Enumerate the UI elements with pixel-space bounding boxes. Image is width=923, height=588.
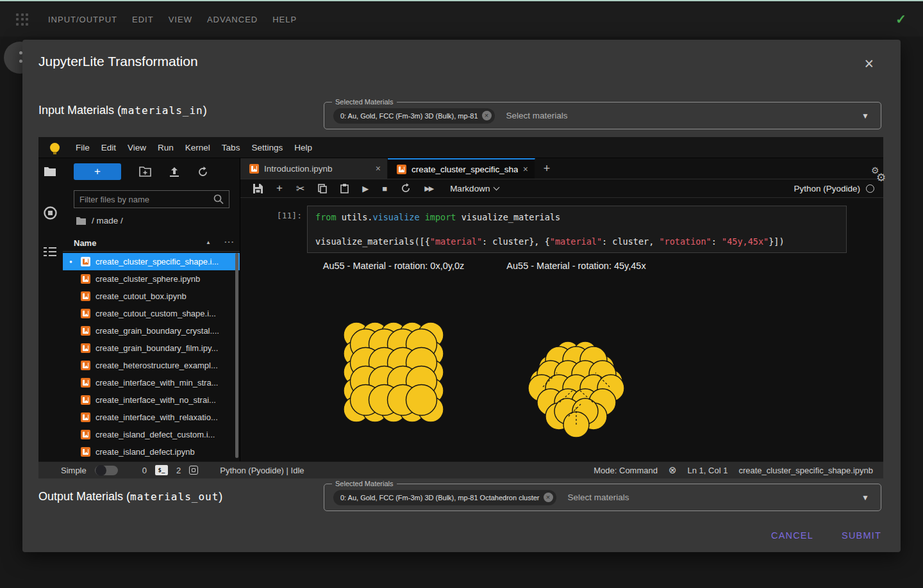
file-name: create_grain_boundary_crystal.... bbox=[96, 326, 219, 336]
filter-files-input[interactable]: Filter files by name bbox=[74, 190, 229, 208]
dialog-close-icon[interactable]: × bbox=[864, 56, 874, 70]
refresh-icon[interactable] bbox=[197, 167, 208, 177]
breadcrumb[interactable]: / made / bbox=[76, 216, 123, 225]
top-menu-item-help[interactable]: HELP bbox=[272, 15, 297, 24]
file-name: create_interface_with_min_stra... bbox=[96, 378, 218, 388]
new-tab-button[interactable]: + bbox=[535, 158, 558, 179]
output-label-left: Au55 - Material - rotation: 0x,0y,0z bbox=[323, 261, 465, 271]
file-list-item[interactable]: create_cutout_box.ipynb bbox=[63, 288, 240, 305]
apps-grid-icon[interactable] bbox=[16, 13, 29, 26]
jupyter-frame: FileEditViewRunKernelTabsSettingsHelp + bbox=[38, 137, 883, 478]
file-list-header[interactable]: Name ▲ ··· bbox=[63, 235, 240, 252]
file-list-item[interactable]: create_cutout_custom_shape.i... bbox=[63, 305, 240, 322]
notebook-content: [11]: from utils.visualize import visual… bbox=[240, 198, 883, 461]
restart-kernel-icon[interactable] bbox=[401, 183, 411, 193]
output-selected-materials-field[interactable]: Selected Materials 0: Au, Gold, FCC (Fm-… bbox=[324, 484, 881, 511]
jupyter-menu-item-view[interactable]: View bbox=[128, 143, 146, 152]
chip-remove-icon[interactable]: × bbox=[482, 111, 492, 120]
settings-gears-icon[interactable]: ⚙⚙ bbox=[870, 167, 889, 186]
cut-icon[interactable]: ✂ bbox=[296, 183, 304, 195]
terminal-icon: $_ bbox=[155, 465, 168, 475]
file-list-item[interactable]: create_interface_with_min_stra... bbox=[63, 374, 240, 391]
jupyter-menu-item-file[interactable]: File bbox=[76, 143, 90, 152]
notebook-tab[interactable]: create_cluster_specific_sha× bbox=[388, 158, 535, 179]
tab-close-icon[interactable]: × bbox=[523, 164, 528, 174]
code-cell[interactable]: from utils.visualize import visualize_ma… bbox=[307, 206, 847, 253]
stop-icon[interactable]: ■ bbox=[382, 184, 387, 193]
status-bar: Simple 0 $_ 2 Python (Pyodide) | Idle Mo… bbox=[38, 461, 883, 478]
file-list-item[interactable]: create_cluster_sphere.ipynb bbox=[63, 270, 240, 288]
jupyter-menu-item-run[interactable]: Run bbox=[158, 143, 174, 152]
top-menu-item-advanced[interactable]: ADVANCED bbox=[207, 15, 258, 24]
file-name: create_cutout_custom_shape.i... bbox=[96, 309, 216, 318]
top-menu-item-view[interactable]: VIEW bbox=[169, 15, 192, 24]
notebook-file-icon bbox=[81, 430, 90, 439]
notebook-file-icon bbox=[81, 412, 90, 422]
kernel-picker[interactable]: Python (Pyodide) bbox=[794, 184, 874, 193]
kernels-count[interactable]: 2 bbox=[176, 466, 181, 475]
output-label-right: Au55 - Material - rotation: 45y,45x bbox=[506, 261, 645, 271]
run-icon[interactable]: ▶ bbox=[362, 184, 369, 193]
notebook-file-icon bbox=[81, 378, 90, 388]
paste-icon[interactable] bbox=[340, 184, 349, 193]
file-list-item[interactable]: create_interface_with_no_strai... bbox=[63, 391, 240, 409]
notebook-file-icon bbox=[397, 165, 406, 174]
trusted-icon: ⊗ bbox=[669, 464, 677, 476]
jupyter-menu-item-settings[interactable]: Settings bbox=[251, 143, 283, 152]
file-list-item[interactable]: create_cluster_specific_shape.i... bbox=[63, 253, 240, 270]
sort-arrow-icon: ▲ bbox=[206, 240, 211, 245]
running-kernels-icon[interactable] bbox=[44, 206, 57, 220]
cell-type-dropdown[interactable]: Markdown bbox=[450, 184, 499, 193]
terminals-count[interactable]: 0 bbox=[142, 466, 147, 475]
file-list-item[interactable]: create_grain_boundary_crystal.... bbox=[63, 322, 240, 339]
notebook-tab[interactable]: Introduction.ipynb× bbox=[240, 158, 388, 179]
file-browser-icon[interactable] bbox=[44, 166, 56, 177]
more-columns-icon: ··· bbox=[224, 237, 235, 247]
file-list-item[interactable]: create_interface_with_relaxatio... bbox=[63, 409, 240, 426]
check-icon: ✓ bbox=[895, 12, 906, 27]
jupyterlite-transformation-dialog: JupyterLite Transformation × Input Mater… bbox=[22, 40, 901, 552]
run-all-icon[interactable]: ▶▶ bbox=[424, 184, 433, 193]
input-selected-materials-field[interactable]: Selected Materials 0: Au, Gold, FCC (Fm-… bbox=[324, 102, 881, 129]
dropdown-caret-icon[interactable]: ▼ bbox=[861, 111, 869, 120]
file-list-item[interactable]: create_island_defect_custom.i... bbox=[63, 426, 240, 443]
add-cell-icon[interactable]: + bbox=[276, 182, 283, 195]
kernel-status-text[interactable]: Python (Pyodide) | Idle bbox=[220, 466, 304, 475]
copy-icon[interactable] bbox=[318, 184, 327, 193]
file-list-item[interactable]: create_heterostructure_exampl... bbox=[63, 357, 240, 374]
jupyter-menu-item-kernel[interactable]: Kernel bbox=[185, 143, 210, 152]
screen: INPUT/OUTPUTEDITVIEWADVANCEDHELP ✓ Jupyt… bbox=[0, 0, 923, 588]
chip-remove-icon[interactable]: × bbox=[544, 493, 553, 502]
notebook-file-icon bbox=[81, 361, 90, 370]
kernel-chip-icon bbox=[189, 466, 198, 475]
tab-close-icon[interactable]: × bbox=[376, 163, 381, 174]
file-name: create_cluster_sphere.ipynb bbox=[96, 274, 200, 284]
simple-toggle[interactable] bbox=[95, 466, 118, 475]
search-icon bbox=[213, 194, 224, 204]
save-icon[interactable] bbox=[253, 184, 263, 193]
file-list-scrollbar[interactable] bbox=[235, 253, 238, 458]
input-material-chip[interactable]: 0: Au, Gold, FCC (Fm-3m) 3D (Bulk), mp-8… bbox=[333, 108, 495, 124]
dropdown-caret-icon[interactable]: ▼ bbox=[861, 493, 869, 502]
new-launcher-button[interactable]: + bbox=[74, 163, 121, 180]
mode-indicator: Mode: Command bbox=[594, 466, 658, 475]
jupyter-menu-item-edit[interactable]: Edit bbox=[101, 143, 116, 152]
select-materials-placeholder: Select materials bbox=[506, 111, 862, 120]
upload-icon[interactable] bbox=[169, 167, 179, 177]
chevron-down-icon bbox=[494, 184, 500, 190]
new-folder-icon[interactable] bbox=[139, 167, 151, 177]
top-menu-item-input-output[interactable]: INPUT/OUTPUT bbox=[48, 15, 117, 24]
cancel-button[interactable]: CANCEL bbox=[771, 530, 813, 541]
jupyter-menu-item-tabs[interactable]: Tabs bbox=[222, 143, 240, 152]
table-of-contents-icon[interactable] bbox=[44, 247, 56, 257]
file-browser-toolbar: + bbox=[63, 163, 240, 181]
jupyter-menu-item-help[interactable]: Help bbox=[294, 143, 312, 152]
notebook-file-icon bbox=[81, 326, 90, 336]
notebook-toolbar: + ✂ ▶ ■ ▶▶ Markdown Python (Pyodide) bbox=[240, 179, 883, 198]
file-list-item[interactable]: create_island_defect.ipynb bbox=[63, 443, 240, 461]
output-material-chip[interactable]: 0: Au, Gold, FCC (Fm-3m) 3D (Bulk), mp-8… bbox=[333, 490, 556, 505]
submit-button[interactable]: SUBMIT bbox=[842, 530, 881, 541]
file-list: create_cluster_specific_shape.i...create… bbox=[63, 253, 240, 461]
top-menu-item-edit[interactable]: EDIT bbox=[132, 15, 154, 24]
file-list-item[interactable]: create_grain_boundary_film.ipy... bbox=[63, 339, 240, 357]
